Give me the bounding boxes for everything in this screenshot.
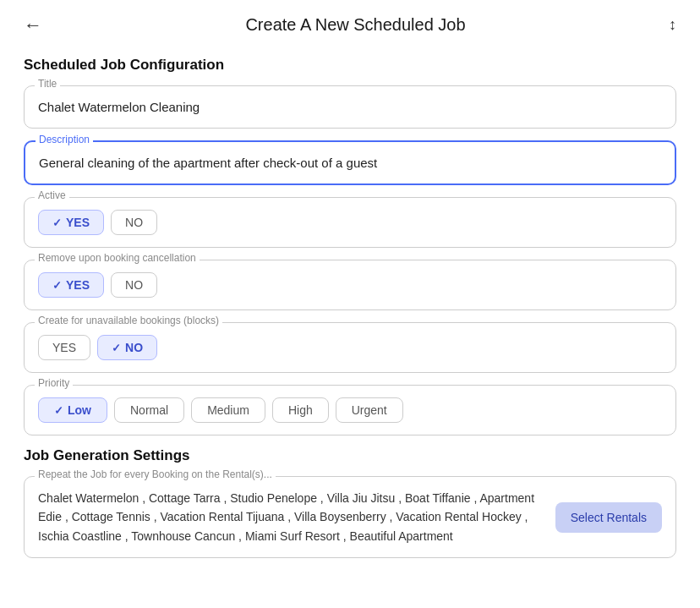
title-input[interactable] [38, 98, 662, 116]
rental-field-group: Repeat the Job for every Booking on the … [24, 476, 676, 558]
priority-urgent-button[interactable]: Urgent [336, 397, 403, 423]
select-rentals-button[interactable]: Select Rentals [555, 502, 662, 533]
priority-label: Priority [35, 377, 73, 389]
active-yes-check: ✓ [52, 216, 62, 229]
active-yes-button[interactable]: ✓ YES [38, 210, 104, 235]
unavailable-bookings-no-button[interactable]: ✓ NO [97, 335, 157, 360]
unavailable-bookings-toggle-row: YES ✓ NO [38, 335, 662, 360]
page-title: Create A New Scheduled Job [46, 15, 665, 35]
rental-text: Chalet Watermelon , Cottage Tarra , Stud… [38, 489, 545, 545]
active-toggle-row: ✓ YES NO [38, 210, 662, 235]
active-yes-label: YES [66, 216, 90, 229]
remove-booking-no-button[interactable]: NO [111, 272, 157, 298]
unavailable-bookings-label: Create for unavailable bookings (blocks) [35, 315, 222, 326]
remove-booking-label: Remove upon booking cancellation [35, 252, 200, 264]
priority-normal-label: Normal [130, 403, 168, 417]
back-button[interactable]: ← [20, 16, 46, 35]
priority-medium-button[interactable]: Medium [191, 397, 265, 423]
active-label: Active [35, 189, 69, 201]
rental-label: Repeat the Job for every Booking on the … [35, 468, 276, 480]
priority-low-button[interactable]: ✓ Low [38, 397, 107, 423]
remove-booking-yes-label: YES [66, 278, 90, 292]
description-field-group: Description [24, 140, 676, 185]
description-input[interactable] [39, 154, 661, 172]
unavailable-bookings-no-check: ✓ [112, 342, 121, 354]
unavailable-bookings-yes-button[interactable]: YES [38, 335, 90, 360]
active-no-label: NO [125, 216, 143, 229]
remove-booking-toggle-row: ✓ YES NO [38, 272, 662, 298]
active-no-button[interactable]: NO [111, 210, 157, 235]
priority-low-label: Low [68, 403, 91, 417]
remove-booking-yes-button[interactable]: ✓ YES [38, 272, 104, 298]
job-generation-title: Job Generation Settings [24, 447, 676, 464]
unavailable-bookings-no-label: NO [125, 341, 143, 354]
sort-button[interactable]: ↕ [665, 16, 680, 34]
priority-high-button[interactable]: High [272, 397, 329, 423]
active-field-group: Active ✓ YES NO [24, 197, 676, 248]
main-content: Scheduled Job Configuration Title Descri… [0, 43, 700, 578]
priority-medium-label: Medium [207, 403, 249, 417]
priority-toggle-row: ✓ Low Normal Medium High Urgent [38, 397, 662, 423]
remove-booking-no-label: NO [125, 278, 143, 292]
unavailable-bookings-yes-label: YES [52, 341, 76, 354]
header: ← Create A New Scheduled Job ↕ [0, 0, 700, 43]
remove-booking-yes-check: ✓ [52, 279, 62, 292]
priority-normal-button[interactable]: Normal [114, 397, 184, 423]
priority-field-group: Priority ✓ Low Normal Medium High Urgent [24, 385, 676, 435]
priority-low-check: ✓ [54, 404, 63, 417]
title-label: Title [35, 78, 60, 90]
unavailable-bookings-field-group: Create for unavailable bookings (blocks)… [24, 322, 676, 373]
title-field-group: Title [24, 85, 676, 129]
remove-booking-field-group: Remove upon booking cancellation ✓ YES N… [24, 260, 676, 310]
priority-high-label: High [288, 403, 313, 417]
description-label: Description [36, 134, 93, 145]
priority-urgent-label: Urgent [352, 403, 387, 417]
scheduled-job-config-title: Scheduled Job Configuration [24, 57, 676, 74]
